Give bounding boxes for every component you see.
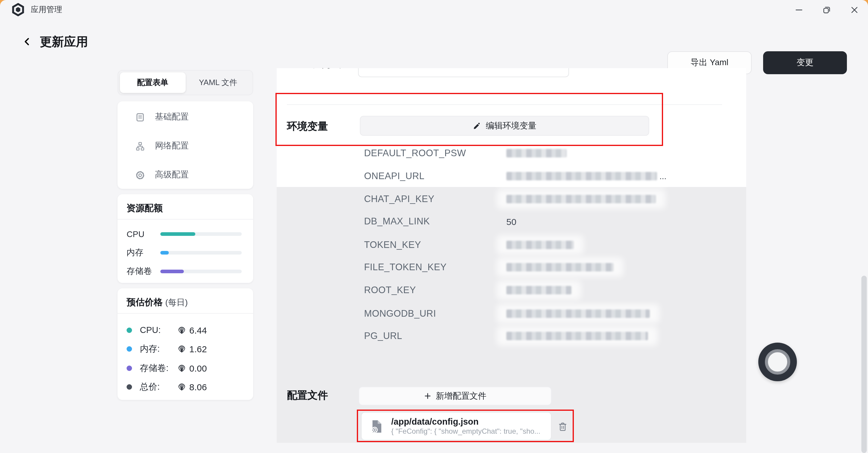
plus-icon [424,392,432,400]
back-button[interactable] [21,35,34,48]
env-var-value [506,260,614,275]
price-row: CPU:6.44 [127,324,207,335]
sidebar-item-label: 基础配置 [155,112,189,122]
restore-button[interactable] [812,0,840,19]
redacted-value-blur [506,286,571,294]
quota-progress-fill [160,232,195,236]
command-args-placeholder: 例如: sleep 10 && /entrypoint.sh db create… [383,68,544,69]
env-var-row: MONGODB_URI [277,306,746,321]
price-label: 内存: [140,343,177,355]
env-var-name: ROOT_KEY [364,283,416,298]
price-row: 存储卷:0.00 [127,363,207,373]
config-files-label: 配置文件 [287,389,328,402]
env-var-name: ONEAPI_URL [364,169,424,183]
redacted-value-blur [506,332,648,340]
titlebar: 应用管理 [0,0,868,19]
env-var-name: CHAT_API_KEY [364,192,434,206]
window-controls [785,0,868,19]
file-gear-icon [369,418,384,434]
env-var-value: ... [506,169,666,183]
config-file-text: /app/data/config.json { "FeConfig": { "s… [391,416,540,436]
env-var-row: PG_URL [277,329,746,343]
sidebar-item-network[interactable]: 网络配置 [118,136,253,156]
tab-config-form[interactable]: 配置表单 [120,73,185,93]
resource-quota-card: 资源配额 CPU内存存储卷 [118,194,253,283]
quota-label: 存储卷 [127,266,160,277]
env-var-row: FILE_TOKEN_KEY [277,260,746,275]
env-var-row: DB_MAX_LINK50 [277,214,746,229]
sidebar-item-advanced[interactable]: 高级配置 [118,165,253,185]
env-var-row: CHAT_API_KEY [277,192,746,206]
price-value: 6.44 [189,325,207,335]
env-var-name: PG_URL [364,329,402,343]
floating-assistant-button[interactable] [758,343,797,381]
price-label: CPU: [140,325,177,335]
sidebar-item-label: 网络配置 [155,141,189,151]
sidebar-item-basic[interactable]: 基础配置 [118,107,253,127]
env-var-name: FILE_TOKEN_KEY [364,260,447,275]
redacted-value-blur [506,309,650,318]
price-dot [127,327,132,333]
view-tab-group: 配置表单YAML 文件 [118,70,253,95]
app-window: 应用管理 更新应用 导出 Yaml 变更 配置表单YAML 文件 基础配置网络配… [0,0,868,453]
env-var-value: 50 [506,214,516,229]
price-value: 1.62 [189,344,207,354]
tab-yaml-file[interactable]: YAML 文件 [185,73,251,93]
env-var-name: DEFAULT_ROOT_PSW [364,146,466,161]
env-var-row: ROOT_KEY [277,283,746,298]
redacted-value-blur [506,195,656,203]
document-icon [135,112,145,122]
shell-coin-icon [177,325,186,335]
divider [118,313,253,314]
sidebar-item-label: 高级配置 [155,170,189,180]
edit-env-vars-button[interactable]: 编辑环境变量 [360,116,649,136]
divider [287,104,722,105]
quota-progress-track [160,270,242,273]
env-var-value [506,329,648,343]
env-var-row: ONEAPI_URL... [277,169,746,183]
command-args-input[interactable]: 例如: sleep 10 && /entrypoint.sh db create… [358,68,569,77]
env-var-plain-value: 50 [506,216,516,227]
resource-quota-title: 资源配额 [127,203,163,214]
env-var-value [506,283,571,298]
env-var-value [506,306,650,321]
apply-change-button[interactable]: 变更 [763,51,847,74]
page-title: 更新应用 [40,34,88,50]
quota-progress-track [160,251,242,255]
shell-coin-icon [177,383,186,392]
value-ellipsis: ... [659,171,666,181]
quota-row: CPU [127,229,242,239]
price-row: 总价:8.06 [127,381,207,392]
estimated-price-subtitle: (每日) [165,298,188,307]
quota-row: 存储卷 [127,266,242,276]
env-vars-label: 环境变量 [287,119,328,133]
estimated-price-title: 预估价格 (每日) [127,297,188,308]
app-title: 应用管理 [31,4,62,15]
env-var-value [506,192,656,206]
redacted-value-blur [506,263,614,272]
command-args-label: 命令参数 [309,68,345,73]
app-logo-icon [11,3,25,16]
minimize-button[interactable] [785,0,812,19]
redacted-value-blur [506,241,574,249]
scrollbar-thumb[interactable] [861,276,867,453]
config-file-path: /app/data/config.json [391,416,540,427]
env-var-row: DEFAULT_ROOT_PSW [277,146,746,161]
quota-progress-fill [160,251,168,255]
close-button[interactable] [840,0,868,19]
estimated-price-card: 预估价格 (每日) CPU:6.44内存:1.62存储卷:0.00总价:8.06 [118,288,253,400]
shell-coin-icon [177,344,186,353]
quota-row: 内存 [127,248,242,258]
env-var-name: TOKEN_KEY [364,238,421,252]
redacted-value-blur [506,149,567,158]
price-dot [127,365,132,371]
env-var-value [506,146,567,161]
add-config-file-label: 新增配置文件 [436,391,487,401]
quota-progress-fill [160,270,184,273]
price-dot [127,346,132,352]
trash-icon[interactable] [558,422,567,432]
add-config-file-button[interactable]: 新增配置文件 [359,387,552,405]
price-label: 总价: [140,381,177,393]
config-file-item[interactable]: /app/data/config.json { "FeConfig": { "s… [361,412,552,440]
edit-env-vars-label: 编辑环境变量 [486,120,536,131]
